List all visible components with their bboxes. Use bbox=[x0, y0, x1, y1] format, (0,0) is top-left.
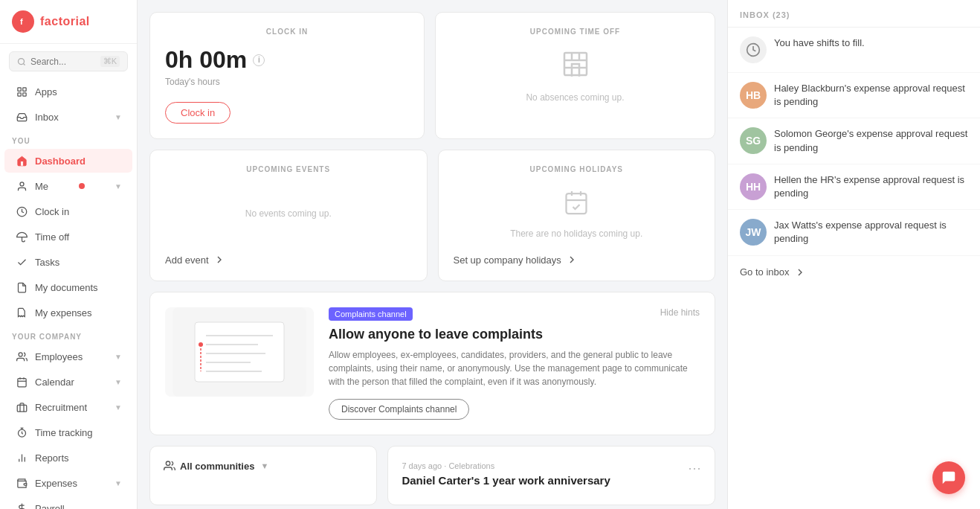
check-icon bbox=[15, 255, 28, 269]
inbox-item-hellen[interactable]: HH Hellen the HR's expense approval requ… bbox=[728, 164, 980, 210]
sidebar-item-expenses[interactable]: Expenses ▼ bbox=[4, 471, 132, 495]
inbox-item-shifts[interactable]: You have shifts to fill. bbox=[728, 28, 980, 73]
sidebar-item-reports[interactable]: Reports bbox=[4, 446, 132, 470]
holidays-title: UPCOMING HOLIDAYS bbox=[454, 165, 700, 173]
tasks-label: Tasks bbox=[35, 257, 59, 268]
time-off-label: Time off bbox=[35, 231, 69, 243]
sidebar-item-my-documents[interactable]: My documents bbox=[4, 275, 132, 299]
svg-text:f: f bbox=[20, 17, 23, 26]
row-2: UPCOMING EVENTS No events coming up. Add… bbox=[149, 150, 715, 281]
sidebar-item-clock-in[interactable]: Clock in bbox=[4, 199, 132, 223]
clock-time-display: 0h 00m i bbox=[165, 46, 409, 74]
sidebar-item-me[interactable]: Me ▼ bbox=[4, 174, 132, 198]
sidebar-item-calendar[interactable]: Calendar ▼ bbox=[4, 370, 132, 394]
search-input[interactable] bbox=[30, 57, 90, 67]
apps-label: Apps bbox=[35, 86, 57, 97]
hint-description: Allow employees, ex-employees, candidate… bbox=[329, 348, 700, 388]
svg-rect-5 bbox=[17, 92, 20, 95]
inbox-item-jax[interactable]: JW Jax Watts's expense approval request … bbox=[728, 210, 980, 255]
svg-rect-21 bbox=[567, 193, 587, 214]
sidebar-item-recruitment[interactable]: Recruitment ▼ bbox=[4, 395, 132, 419]
solomon-avatar: SG bbox=[740, 127, 767, 154]
inbox-solomon-text: Solomon George's expense approval reques… bbox=[774, 127, 968, 154]
home-icon bbox=[15, 154, 28, 167]
clock-time-value: 0h 00m bbox=[165, 46, 247, 74]
inbox-item-solomon[interactable]: SG Solomon George's expense approval req… bbox=[728, 118, 980, 164]
community-header[interactable]: All communities ▼ bbox=[164, 460, 363, 472]
time-off-empty: No absences coming up. bbox=[451, 46, 700, 106]
more-options-button[interactable]: ⋯ bbox=[688, 460, 701, 476]
chevron-icon: ▼ bbox=[115, 182, 122, 191]
clock-icon bbox=[15, 205, 28, 218]
row-1: CLOCK IN 0h 00m i Today's hours Clock in… bbox=[149, 12, 715, 139]
calendar-label: Calendar bbox=[35, 377, 74, 388]
chevron-icon: ▼ bbox=[115, 113, 122, 121]
go-to-inbox-link[interactable]: Go to inbox bbox=[728, 256, 980, 289]
grid-icon bbox=[15, 85, 28, 98]
events-empty-text: No events coming up. bbox=[245, 208, 332, 219]
hint-image bbox=[165, 307, 314, 397]
search-bar[interactable]: ⌘K bbox=[9, 51, 128, 71]
sidebar-item-employees[interactable]: Employees ▼ bbox=[4, 345, 132, 368]
svg-rect-4 bbox=[22, 87, 25, 90]
dollar-icon bbox=[15, 502, 28, 509]
today-hours-label: Today's hours bbox=[165, 77, 409, 87]
sidebar-item-time-tracking[interactable]: Time tracking bbox=[4, 420, 132, 444]
community-all-label: All communities bbox=[180, 461, 254, 472]
me-dot bbox=[79, 183, 85, 189]
inbox-item-haley[interactable]: HB Haley Blackburn's expense approval re… bbox=[728, 73, 980, 118]
arrow-right-icon bbox=[566, 254, 578, 266]
wallet-icon bbox=[15, 476, 28, 490]
sidebar-item-tasks[interactable]: Tasks bbox=[4, 250, 132, 274]
svg-point-34 bbox=[166, 461, 170, 465]
add-event-link[interactable]: Add event bbox=[165, 254, 412, 266]
sidebar-item-inbox[interactable]: Inbox ▼ bbox=[4, 105, 132, 129]
my-expenses-label: My expenses bbox=[35, 307, 92, 318]
search-icon bbox=[17, 57, 26, 66]
hint-content: Complaints channel Hide hints Allow anyo… bbox=[329, 307, 700, 420]
inbox-shifts-text: You have shifts to fill. bbox=[774, 36, 865, 50]
sidebar: f factorial ⌘K Apps Inbox ▼ YOU Dashboar… bbox=[0, 0, 138, 509]
recruitment-label: Recruitment bbox=[35, 402, 87, 413]
inbox-jax-text: Jax Watts's expense approval request is … bbox=[774, 219, 968, 246]
discover-btn[interactable]: Discover Complaints channel bbox=[329, 399, 469, 420]
svg-rect-10 bbox=[17, 378, 25, 386]
hint-title: Allow anyone to leave complaints bbox=[329, 327, 700, 342]
hellen-avatar: HH bbox=[740, 173, 767, 200]
sidebar-item-apps[interactable]: Apps bbox=[4, 80, 132, 103]
svg-point-2 bbox=[19, 58, 25, 64]
hint-badge: Complaints channel bbox=[329, 307, 413, 321]
setup-holidays-link[interactable]: Set up company holidays bbox=[454, 254, 700, 266]
expenses-nav-label: Expenses bbox=[35, 478, 77, 489]
time-off-title: UPCOMING TIME OFF bbox=[451, 28, 700, 36]
inbox-hellen-text: Hellen the HR's expense approval request… bbox=[774, 173, 968, 200]
clock-in-card: CLOCK IN 0h 00m i Today's hours Clock in bbox=[149, 12, 425, 139]
chevron-icon: ▼ bbox=[115, 403, 122, 412]
inbox-icon bbox=[15, 110, 28, 124]
clock-in-button[interactable]: Clock in bbox=[165, 102, 231, 124]
chart-icon bbox=[15, 451, 28, 464]
chat-fab[interactable] bbox=[932, 461, 965, 494]
calendar-nav-icon bbox=[15, 375, 28, 388]
haley-avatar: HB bbox=[740, 82, 767, 109]
inbox-header: INBOX (23) bbox=[728, 0, 980, 28]
chevron-icon: ▼ bbox=[115, 479, 122, 487]
time-tracking-label: Time tracking bbox=[35, 427, 93, 438]
svg-point-0 bbox=[17, 16, 29, 28]
logo-area: f factorial bbox=[0, 0, 137, 44]
shifts-avatar bbox=[740, 36, 767, 63]
briefcase-icon bbox=[15, 400, 28, 414]
sidebar-item-my-expenses[interactable]: My expenses bbox=[4, 301, 132, 324]
file-icon bbox=[15, 281, 28, 294]
sidebar-item-payroll[interactable]: Payroll bbox=[4, 496, 132, 509]
info-icon: i bbox=[253, 54, 265, 66]
hide-hints-link[interactable]: Hide hints bbox=[660, 307, 700, 318]
person-icon bbox=[15, 179, 28, 193]
employees-label: Employees bbox=[35, 351, 83, 362]
timer-icon bbox=[15, 426, 28, 439]
post-time: 7 days ago · Celebrations bbox=[402, 461, 494, 470]
sidebar-item-time-off[interactable]: Time off bbox=[4, 225, 132, 249]
reports-label: Reports bbox=[35, 452, 69, 464]
sidebar-item-dashboard[interactable]: Dashboard bbox=[4, 149, 132, 173]
time-off-empty-text: No absences coming up. bbox=[526, 92, 624, 103]
